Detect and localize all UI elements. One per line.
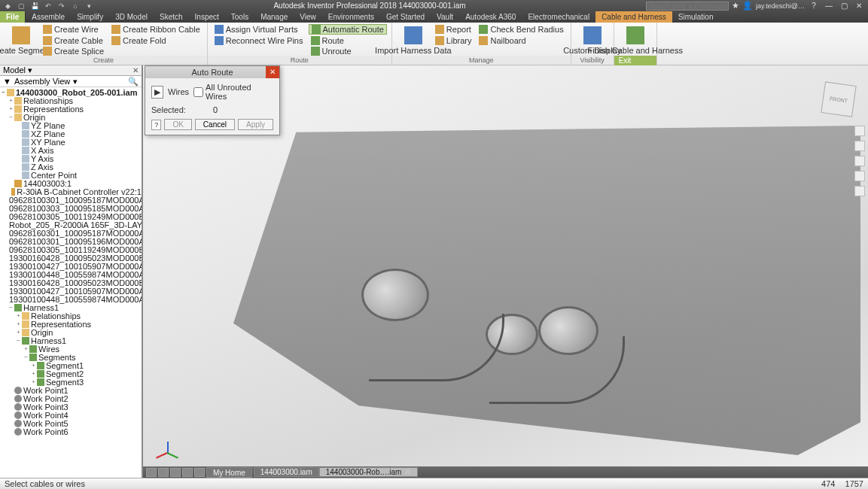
view-mode-icon[interactable] xyxy=(182,468,193,477)
view-mode-icon[interactable] xyxy=(158,468,169,477)
tree-item[interactable]: 144003003:1 xyxy=(0,179,142,187)
tree-item[interactable]: +Relationships xyxy=(0,96,142,105)
app-icon[interactable]: ◆ xyxy=(3,2,12,11)
tree-item[interactable]: 19300160428_100095023MOD000B (RM1-P1):1 xyxy=(0,254,142,262)
assign-virtual-parts-button[interactable]: Assign Virtual Parts xyxy=(212,24,306,35)
tree-item[interactable]: Work Point2 xyxy=(0,394,142,402)
view-mode-icon[interactable] xyxy=(194,468,205,477)
dialog-help-button[interactable]: ? xyxy=(151,120,161,130)
assembly-view-bar[interactable]: ▼ Assembly View ▾ 🔍 xyxy=(0,76,142,87)
tab-3d-model[interactable]: 3D Model xyxy=(109,11,154,23)
tree-item[interactable]: −Harness1 xyxy=(0,336,142,345)
library-button[interactable]: Library xyxy=(433,35,474,46)
help-icon[interactable]: ? xyxy=(808,2,820,10)
qat-redo-icon[interactable]: ↷ xyxy=(57,2,66,11)
tree-item[interactable]: 09628100303_100095185MOD000A (RP1-J1):1 xyxy=(0,204,142,212)
tree-item[interactable]: +Representations xyxy=(0,320,142,328)
view-cube[interactable]: FRONT xyxy=(821,81,856,117)
tree-item[interactable]: 19300100427_100105907MOD000A (RP1-P1):1 xyxy=(0,262,142,270)
tree-item[interactable]: Work Point3 xyxy=(0,402,142,411)
tree-item[interactable]: XY Plane xyxy=(0,138,142,146)
tab-simplify[interactable]: Simplify xyxy=(71,11,109,23)
tab-cable-and-harness[interactable]: Cable and Harness xyxy=(595,11,672,23)
tree-item[interactable]: Work Point6 xyxy=(0,427,142,436)
tree-item[interactable]: Y Axis xyxy=(0,154,142,162)
tab-vault[interactable]: Vault xyxy=(431,11,459,23)
nav-look-icon[interactable] xyxy=(854,186,865,196)
tree-item[interactable]: 09628160301_100095187MOD000A (RM1-I2):1 xyxy=(0,229,142,237)
tab-environments[interactable]: Environments xyxy=(322,11,380,23)
document-tab[interactable]: 144003000.iam xyxy=(254,467,319,477)
tree-item[interactable]: Z Axis xyxy=(0,162,142,171)
tree-item[interactable]: 09628100301_100095196MOD000A (RP1-J2):1 xyxy=(0,237,142,245)
qat-save-icon[interactable]: 💾 xyxy=(30,2,39,11)
nav-orbit-icon[interactable] xyxy=(854,141,865,151)
tab-autodesk-a360[interactable]: Autodesk A360 xyxy=(459,11,522,23)
tree-item[interactable]: +Representations xyxy=(0,105,142,113)
tree-item[interactable]: 09628100305_100119249MOD000B (AS1-I1):1 xyxy=(0,212,142,220)
tree-item[interactable]: +Wires xyxy=(0,345,142,353)
select-arrow-icon[interactable]: ▶ xyxy=(151,86,163,99)
tree-item[interactable]: 19300160428_100095023MOD000B (RM1-P2):1 xyxy=(0,278,142,287)
tree-item[interactable]: 19300100448_100559874MOD000A (AS1-P1):1 xyxy=(0,270,142,278)
tab-electromechanical[interactable]: Electromechanical xyxy=(522,11,595,23)
tab-assemble[interactable]: Assemble xyxy=(26,11,71,23)
view-mode-icon[interactable] xyxy=(146,468,157,477)
create-cable-button[interactable]: Create Cable xyxy=(41,35,106,46)
dialog-close-button[interactable]: ✕ xyxy=(266,66,279,78)
tree-item[interactable]: −Origin xyxy=(0,113,142,121)
tree-item[interactable]: YZ Plane xyxy=(0,121,142,129)
tree-item[interactable]: Work Point4 xyxy=(0,411,142,419)
finish-cable-harness-button[interactable]: Finish Cable and Harness xyxy=(619,24,652,56)
tree-item[interactable]: R-30iA B-Cabinet Controller v22:1 xyxy=(0,187,142,196)
route-button[interactable]: Route xyxy=(309,35,387,46)
qat-home-icon[interactable]: ⌂ xyxy=(71,2,80,11)
panel-close-icon[interactable]: ✕ xyxy=(132,66,139,74)
reconnect-wire-pins-button[interactable]: Reconnect Wire Pins xyxy=(212,35,306,46)
create-fold-button[interactable]: Create Fold xyxy=(109,35,203,46)
nav-home-icon[interactable] xyxy=(854,126,865,136)
tree-item[interactable]: 09628100305_100119249MOD000B (AS1-I2):1 xyxy=(0,245,142,254)
ok-button[interactable]: OK xyxy=(164,119,191,130)
tab-sketch[interactable]: Sketch xyxy=(154,11,189,23)
tab-file[interactable]: File xyxy=(0,11,26,23)
tree-item[interactable]: X Axis xyxy=(0,146,142,154)
tree-item[interactable]: Work Point5 xyxy=(0,419,142,427)
tab-tools[interactable]: Tools xyxy=(225,11,254,23)
star-icon[interactable]: ★ xyxy=(732,1,739,11)
tree-item[interactable]: Work Point1 xyxy=(0,386,142,394)
tree-item[interactable]: +Segment2 xyxy=(0,369,142,378)
maximize-button[interactable]: ▢ xyxy=(838,2,850,10)
filter-icon[interactable]: ▼ xyxy=(3,77,11,86)
qat-more-icon[interactable]: ▾ xyxy=(84,2,93,11)
nav-pan-icon[interactable] xyxy=(854,156,865,166)
tree-root[interactable]: −144003000_Robot_205-001.iam xyxy=(0,88,142,96)
all-unrouted-checkbox[interactable]: All Unrouted Wires xyxy=(193,83,273,101)
create-segment-button[interactable]: Create Segment xyxy=(5,24,38,56)
cancel-button[interactable]: Cancel xyxy=(195,119,235,130)
automatic-route-button[interactable]: Automatic Route xyxy=(309,24,387,35)
tab-view[interactable]: View xyxy=(294,11,322,23)
tree-item[interactable]: 09628100301_100095187MOD000A (RM1-I1):1 xyxy=(0,196,142,204)
create-wire-button[interactable]: Create Wire xyxy=(41,24,106,35)
tab-my-home[interactable]: My Home xyxy=(206,467,252,478)
view-mode-icon[interactable] xyxy=(170,468,181,477)
tree-item[interactable]: −Harness1 xyxy=(0,303,142,311)
document-tab[interactable]: 144003000-Rob….iam✕ xyxy=(319,467,419,477)
tab-simulation[interactable]: Simulation xyxy=(672,11,720,23)
user-label[interactable]: jay.tedeschi@… xyxy=(756,2,805,10)
tree-item[interactable]: Robot_205_R-2000iA 165F_3D-LAYOUT:1 xyxy=(0,220,142,229)
tab-manage[interactable]: Manage xyxy=(254,11,294,23)
tab-inspect[interactable]: Inspect xyxy=(189,11,225,23)
tree-item[interactable]: +Origin xyxy=(0,328,142,336)
tree-item[interactable]: 19300100427_100105907MOD000A (RP1-P2):1 xyxy=(0,287,142,295)
qat-open-icon[interactable]: ▢ xyxy=(17,2,26,11)
tree-item[interactable]: −Segments xyxy=(0,353,142,361)
exit-button[interactable]: Exit xyxy=(614,56,656,66)
check-bend-radius-button[interactable]: Check Bend Radius xyxy=(477,24,565,35)
tab-get-started[interactable]: Get Started xyxy=(380,11,431,23)
apply-button[interactable]: Apply xyxy=(238,119,273,130)
tab-close-icon[interactable]: ✕ xyxy=(404,467,411,476)
nav-zoom-icon[interactable] xyxy=(854,171,865,181)
close-button[interactable]: ✕ xyxy=(853,2,865,10)
